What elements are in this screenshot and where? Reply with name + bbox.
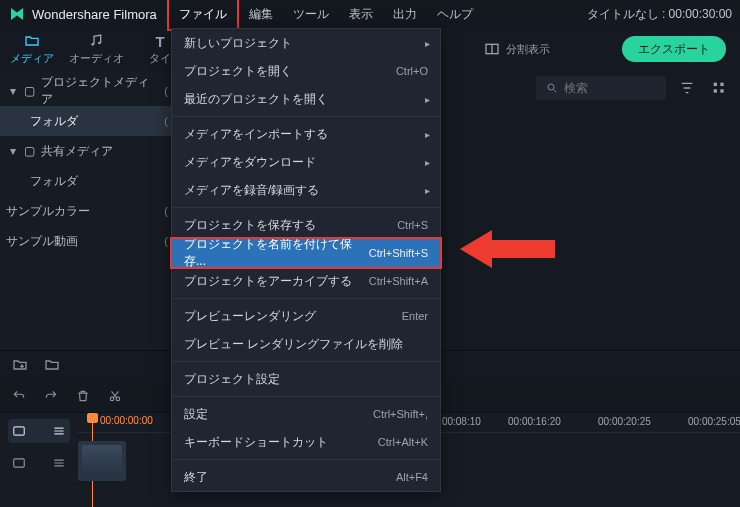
menu-keyboard-shortcuts[interactable]: キーボードショートカットCtrl+Alt+K [172, 428, 440, 456]
playhead-timecode: 00:00:00:00 [100, 415, 153, 426]
menu-project-settings[interactable]: プロジェクト設定 [172, 365, 440, 393]
menu-preview-render[interactable]: プレビューレンダリングEnter [172, 302, 440, 330]
svg-point-0 [91, 43, 94, 46]
menu-import-media[interactable]: メディアをインポートする▸ [172, 120, 440, 148]
trash-icon[interactable] [76, 389, 90, 406]
menu-tools[interactable]: ツール [283, 0, 339, 29]
track-video-icon[interactable] [8, 419, 70, 443]
svg-line-5 [554, 90, 557, 93]
sidebar-sample-color[interactable]: サンプルカラー ( [0, 196, 174, 226]
menu-view[interactable]: 表示 [339, 0, 383, 29]
menu-file[interactable]: ファイル [167, 0, 239, 31]
timeline-clip[interactable] [78, 441, 126, 481]
sidebar-shared-media[interactable]: ▾ ▢ 共有メディア [0, 136, 174, 166]
sidebar-folder[interactable]: フォルダ ( [0, 106, 174, 136]
sidebar: ▾ ▢ プロジェクトメディア ( フォルダ ( ▾ ▢ 共有メディア フォルダ … [0, 70, 175, 350]
svg-rect-8 [714, 89, 717, 92]
redo-icon[interactable] [44, 389, 58, 406]
svg-rect-12 [14, 427, 25, 435]
tab-media[interactable]: メディア [0, 28, 64, 70]
menu-open-project[interactable]: プロジェクトを開くCtrl+O [172, 57, 440, 85]
svg-rect-6 [714, 83, 717, 86]
menu-save-project-as[interactable]: プロジェクトを名前を付けて保存...Ctrl+Shift+S [172, 239, 440, 267]
menu-recent-projects[interactable]: 最近のプロジェクトを開く▸ [172, 85, 440, 113]
folder-icon: ▢ [24, 144, 35, 158]
tab-split-view[interactable]: 分割表示 [472, 28, 562, 70]
sidebar-sample-video[interactable]: サンプル動画 ( [0, 226, 174, 256]
sidebar-folder-2[interactable]: フォルダ [0, 166, 174, 196]
menu-archive-project[interactable]: プロジェクトをアーカイブするCtrl+Shift+A [172, 267, 440, 295]
grid-view-icon[interactable] [708, 77, 730, 99]
svg-rect-9 [720, 89, 723, 92]
search-box[interactable] [536, 76, 666, 100]
svg-point-4 [548, 84, 554, 90]
menu-remove-preview-files[interactable]: プレビュー レンダリングファイルを削除 [172, 330, 440, 358]
file-menu-dropdown: 新しいプロジェクト▸ プロジェクトを開くCtrl+O 最近のプロジェクトを開く▸… [171, 28, 441, 492]
search-input[interactable] [564, 81, 654, 95]
app-logo [8, 5, 26, 23]
menu-download-media[interactable]: メディアをダウンロード▸ [172, 148, 440, 176]
export-button[interactable]: エクスポート [622, 36, 726, 62]
sidebar-project-media[interactable]: ▾ ▢ プロジェクトメディア ( [0, 76, 174, 106]
menu-edit[interactable]: 編集 [239, 0, 283, 29]
app-name: Wondershare Filmora [32, 7, 157, 22]
menu-exit[interactable]: 終了Alt+F4 [172, 463, 440, 491]
svg-point-1 [98, 41, 101, 44]
svg-rect-13 [14, 459, 25, 467]
svg-marker-14 [460, 230, 555, 268]
annotation-arrow [460, 226, 555, 272]
title-duration: タイトルなし : 00:00:30:00 [587, 6, 732, 23]
menu-settings[interactable]: 設定Ctrl+Shift+, [172, 400, 440, 428]
undo-icon[interactable] [12, 389, 26, 406]
menu-help[interactable]: ヘルプ [427, 0, 483, 29]
filter-icon[interactable] [676, 77, 698, 99]
svg-rect-7 [720, 83, 723, 86]
cut-icon[interactable] [108, 389, 122, 406]
tab-audio[interactable]: オーディオ [64, 28, 128, 70]
menu-save-project[interactable]: プロジェクトを保存するCtrl+S [172, 211, 440, 239]
menu-export[interactable]: 出力 [383, 0, 427, 29]
folder-open-icon[interactable] [44, 357, 60, 376]
folder-icon: ▢ [24, 84, 35, 98]
search-icon [546, 82, 558, 94]
track-audio-icon[interactable] [8, 451, 70, 475]
menu-bar: ファイル 編集 ツール 表示 出力 ヘルプ [167, 0, 483, 31]
menu-new-project[interactable]: 新しいプロジェクト▸ [172, 29, 440, 57]
menu-record-media[interactable]: メディアを録音/録画する▸ [172, 176, 440, 204]
new-folder-icon[interactable] [12, 357, 28, 376]
